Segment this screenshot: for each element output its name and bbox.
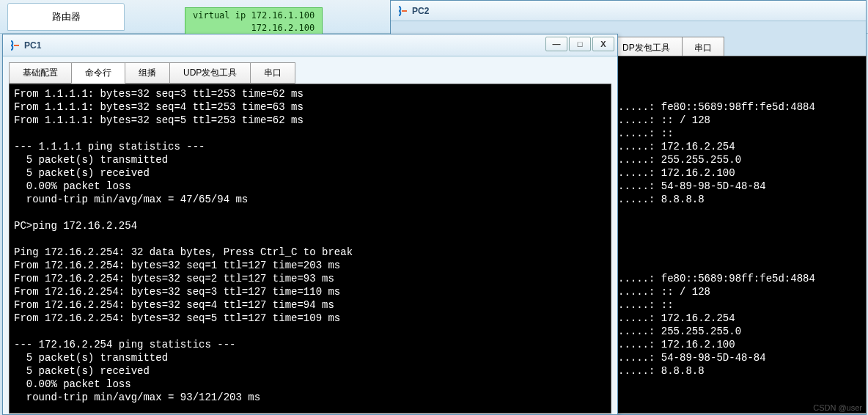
virtual-ip-line2: 172.16.2.100 <box>193 22 315 34</box>
virtual-ip-annotation: virtual ip 172.16.1.100 172.16.2.100 <box>185 7 323 37</box>
router-label: 路由器 <box>52 10 81 23</box>
ensp-logo-icon <box>397 5 408 17</box>
pc1-tabs: 基础配置 命令行 组播 UDP发包工具 串口 <box>3 56 617 84</box>
watermark-text: CSDN @user <box>813 403 862 412</box>
pc2-title-bar[interactable]: PC2 <box>391 1 866 21</box>
maximize-button[interactable]: □ <box>569 37 591 51</box>
tab-multicast[interactable]: 组播 <box>125 62 170 84</box>
svg-rect-1 <box>14 45 19 46</box>
pc1-title-bar[interactable]: PC1 — □ X <box>3 34 617 56</box>
pc2-title-text: PC2 <box>412 6 429 16</box>
pc1-window: PC1 — □ X 基础配置 命令行 组播 UDP发包工具 串口 From 1.… <box>2 34 618 415</box>
tab-command-line[interactable]: 命令行 <box>71 62 125 84</box>
minimize-button[interactable]: — <box>545 37 567 51</box>
pc1-title-text: PC1 <box>24 40 41 51</box>
virtual-ip-line1: virtual ip 172.16.1.100 <box>193 10 315 22</box>
router-device-tab[interactable]: 路由器 <box>7 3 125 31</box>
window-controls: — □ X <box>545 37 614 51</box>
tab-udp-tool[interactable]: UDP发包工具 <box>169 62 251 84</box>
pc2-terminal-output[interactable]: .....: fe80::5689:98ff:fe5d:4884 .....: … <box>610 56 867 414</box>
svg-rect-0 <box>402 10 407 12</box>
tab-basic-config[interactable]: 基础配置 <box>9 62 72 84</box>
ensp-logo-icon <box>9 40 21 51</box>
pc1-terminal-output[interactable]: From 1.1.1.1: bytes=32 seq=3 ttl=253 tim… <box>9 84 611 414</box>
close-button[interactable]: X <box>592 37 614 51</box>
tab-serial[interactable]: 串口 <box>250 62 295 84</box>
